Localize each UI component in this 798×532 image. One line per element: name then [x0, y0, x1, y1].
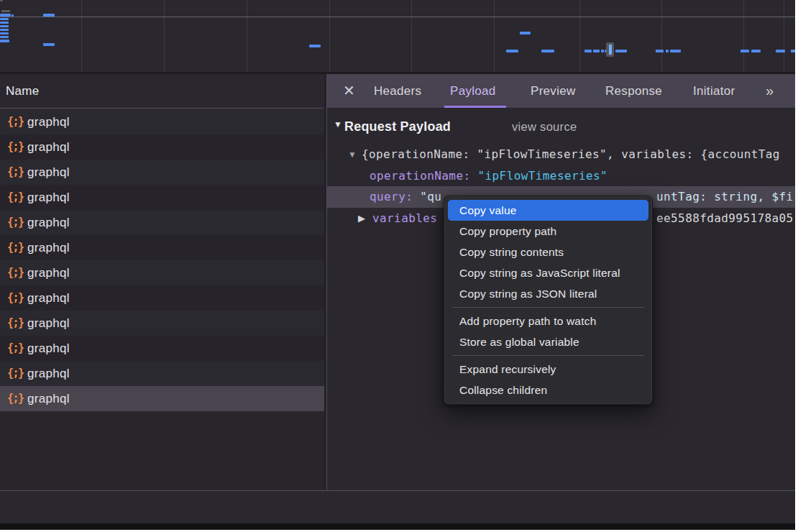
timeline-gridline: [81, 0, 82, 72]
menu-item-collapse-children[interactable]: Collapse children: [444, 380, 652, 400]
menu-item-store-as-global-variable[interactable]: Store as global variable: [444, 331, 652, 352]
request-row[interactable]: {;}graphql: [0, 185, 324, 210]
request-row[interactable]: {;}graphql: [0, 336, 324, 361]
request-timing-bar: [0, 32, 9, 35]
menu-item-copy-property-path[interactable]: Copy property path: [444, 221, 652, 242]
request-timing-bar: [0, 40, 9, 42]
name-column-header[interactable]: Name: [0, 74, 324, 109]
json-braces-icon: {;}: [7, 386, 24, 411]
json-braces-icon: {;}: [7, 160, 24, 185]
request-row[interactable]: {;}graphql: [0, 361, 324, 386]
variables-expander-icon[interactable]: ▶: [358, 208, 365, 229]
request-name: graphql: [27, 210, 70, 235]
menu-separator: [452, 307, 644, 308]
request-name: graphql: [27, 109, 70, 134]
tab-response[interactable]: Response: [605, 74, 662, 108]
request-row[interactable]: {;}graphql: [0, 386, 324, 411]
request-list: {;}graphql{;}graphql{;}graphql{;}graphql…: [0, 109, 324, 411]
tab-payload[interactable]: Payload: [450, 74, 496, 108]
network-overview-timeline[interactable]: [0, 0, 795, 74]
request-timing-bar: [506, 50, 518, 52]
query-value-clipped: untTag: string, $fi: [656, 186, 794, 208]
request-name: graphql: [27, 386, 70, 411]
request-row[interactable]: {;}graphql: [0, 235, 324, 260]
request-list-empty-area: [0, 411, 324, 490]
json-braces-icon: {;}: [7, 134, 24, 160]
request-timing-bar: [584, 50, 592, 52]
request-timing-bar: [615, 50, 627, 52]
section-expander-icon[interactable]: ▼: [334, 119, 342, 129]
variables-key: variables: [372, 208, 437, 229]
timeline-gridline: [411, 0, 412, 72]
request-timing-bar: [0, 22, 9, 24]
request-name: graphql: [27, 260, 70, 285]
request-row[interactable]: {;}graphql: [0, 210, 324, 235]
request-row[interactable]: {;}graphql: [0, 109, 324, 134]
payload-summary-text: {operationName: "ipFlowTimeseries", vari…: [362, 145, 780, 165]
operation-name-key: operationName:: [370, 169, 470, 183]
menu-item-copy-value[interactable]: Copy value: [448, 200, 648, 221]
more-tabs-icon[interactable]: »: [766, 74, 772, 107]
timeline-gridline: [329, 0, 330, 72]
json-braces-icon: {;}: [7, 210, 24, 235]
menu-item-expand-recursively[interactable]: Expand recursively: [444, 359, 652, 380]
request-timing-bar: [0, 0, 3, 1]
operation-name-value: "ipFlowTimeseries": [478, 169, 608, 183]
devtools-network-panel: Name {;}graphql{;}graphql{;}graphql{;}gr…: [0, 0, 795, 530]
request-name: graphql: [27, 235, 70, 260]
request-timing-bar: [309, 45, 321, 47]
json-braces-icon: {;}: [7, 109, 24, 134]
request-timing-bar: [776, 50, 785, 52]
request-timing-bar: [0, 25, 9, 27]
request-timing-bar: [541, 50, 554, 52]
json-braces-icon: {;}: [7, 361, 24, 386]
variables-preview-clipped: ee5588fdad995178a05: [656, 208, 794, 229]
request-row[interactable]: {;}graphql: [0, 285, 324, 311]
window-bottom-edge: [0, 523, 795, 530]
timeline-gridline: [494, 0, 495, 72]
json-braces-icon: {;}: [7, 185, 24, 210]
request-timing-bar: [593, 50, 600, 52]
json-braces-icon: {;}: [7, 260, 24, 285]
request-timing-bar: [791, 50, 795, 52]
menu-item-copy-string-as-javascript-literal[interactable]: Copy string as JavaScript literal: [444, 262, 652, 283]
operation-name-row[interactable]: operationName: "ipFlowTimeseries": [327, 166, 795, 186]
timeline-horizontal-rule: [0, 17, 795, 17]
tab-initiator[interactable]: Initiator: [693, 74, 735, 108]
request-timing-bar: [670, 50, 681, 52]
request-payload-section[interactable]: ▼ Request Payload view source: [327, 117, 795, 136]
context-menu: Copy valueCopy property pathCopy string …: [444, 196, 653, 405]
menu-separator: [452, 355, 644, 356]
request-timing-bar: [0, 14, 11, 17]
menu-item-copy-string-contents[interactable]: Copy string contents: [444, 242, 652, 262]
request-timing-bar: [520, 32, 531, 35]
request-name: graphql: [27, 285, 70, 311]
request-row[interactable]: {;}graphql: [0, 311, 324, 336]
close-icon[interactable]: ✕: [343, 74, 355, 107]
menu-item-add-property-path-to-watch[interactable]: Add property path to watch: [444, 311, 652, 331]
request-name: graphql: [27, 134, 70, 160]
tab-preview[interactable]: Preview: [531, 74, 576, 108]
request-name: graphql: [27, 160, 70, 185]
timeline-gridline: [661, 0, 662, 72]
menu-item-copy-string-as-json-literal[interactable]: Copy string as JSON literal: [444, 283, 652, 304]
request-row[interactable]: {;}graphql: [0, 160, 324, 185]
request-name: graphql: [27, 185, 70, 210]
request-name: graphql: [27, 361, 70, 386]
query-value-start: "qu: [420, 190, 441, 203]
view-source-link[interactable]: view source: [512, 117, 577, 136]
request-row[interactable]: {;}graphql: [0, 134, 324, 160]
name-column-label: Name: [6, 74, 40, 108]
timeline-gridline: [784, 0, 784, 72]
footer-area: [0, 491, 795, 523]
request-row[interactable]: {;}graphql: [0, 260, 324, 285]
detail-tab-bar: ✕ » HeadersPayloadPreviewResponseInitiat…: [327, 74, 795, 109]
timeline-gridline: [247, 0, 247, 72]
root-expander-icon[interactable]: ▼: [348, 145, 357, 165]
request-timing-bar: [0, 18, 9, 20]
request-timing-bar: [751, 50, 761, 52]
payload-root-row[interactable]: ▼ {operationName: "ipFlowTimeseries", va…: [327, 145, 795, 165]
tab-headers[interactable]: Headers: [374, 74, 421, 108]
selected-request-marker-bar: [609, 45, 612, 55]
request-timing-bar: [1, 10, 10, 12]
